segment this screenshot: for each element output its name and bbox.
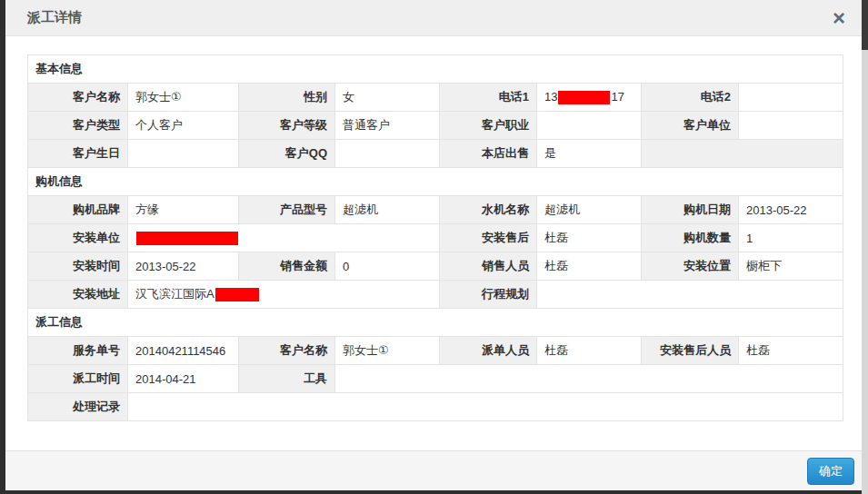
section-header-row: 购机信息 <box>28 168 843 196</box>
dialog-content: 基本信息客户名称郭女士①性别女电话11317电话2客户类型个人客户客户等级普通客… <box>5 36 862 421</box>
field-value <box>537 112 642 140</box>
field-value: 杜磊 <box>537 224 642 252</box>
field-value-text: 1 <box>746 232 753 245</box>
field-label: 工具 <box>239 365 335 393</box>
field-value-text: 2013-05-22 <box>746 203 807 217</box>
field-value-text: 0 <box>343 260 349 273</box>
field-value: 超滤机 <box>335 196 440 224</box>
field-value-text: 超滤机 <box>343 203 378 216</box>
field-label: 性别 <box>239 84 335 112</box>
field-value: 汉飞滨江国际A <box>128 281 440 309</box>
field-label: 本店出售 <box>440 140 537 168</box>
table-row: 安装单位安装售后杜磊购机数量1 <box>28 224 843 252</box>
field-value: 郭女士① <box>335 337 440 365</box>
field-value: 1 <box>739 224 843 252</box>
field-value: 杜磊 <box>537 337 642 365</box>
field-value-text: 郭女士① <box>135 90 182 104</box>
table-row: 处理记录 <box>28 393 843 421</box>
field-value: 方缘 <box>128 196 239 224</box>
field-value-text: 杜磊 <box>544 231 568 244</box>
section-title: 派工信息 <box>28 309 843 337</box>
table-row: 服务单号20140421114546客户名称郭女士①派单人员杜磊安装售后人员杜磊 <box>28 337 843 365</box>
field-value: 杜磊 <box>739 337 843 365</box>
field-label: 销售人员 <box>440 252 537 281</box>
field-label: 电话2 <box>642 84 739 112</box>
field-value: 2013-05-22 <box>128 252 239 281</box>
dialog-title: 派工详情 <box>27 9 82 26</box>
field-value: 郭女士① <box>128 84 239 112</box>
field-value-text: 是 <box>544 146 556 160</box>
field-value: 橱柜下 <box>739 252 843 281</box>
field-label: 安装单位 <box>28 224 128 252</box>
field-label: 安装时间 <box>28 252 128 281</box>
field-label: 客户名称 <box>239 337 335 365</box>
field-label: 处理记录 <box>28 393 128 421</box>
field-label: 客户单位 <box>642 112 739 140</box>
field-label: 安装位置 <box>642 252 739 281</box>
field-value-text: 普通客户 <box>343 118 390 132</box>
dialog-titlebar: 派工详情 × <box>5 0 862 36</box>
field-value <box>128 224 440 252</box>
field-value: 1317 <box>537 84 642 112</box>
field-value <box>537 281 843 309</box>
field-label: 行程规划 <box>440 281 537 309</box>
section-header-row: 基本信息 <box>28 55 843 84</box>
section-title: 基本信息 <box>28 55 843 84</box>
page-behind-header-strip <box>862 0 868 50</box>
close-icon[interactable]: × <box>833 7 845 29</box>
field-value-text: 杜磊 <box>544 259 568 272</box>
table-row: 客户生日客户QQ本店出售是 <box>28 140 843 168</box>
table-row: 客户名称郭女士①性别女电话11317电话2 <box>28 84 843 112</box>
section-title: 购机信息 <box>28 168 843 196</box>
field-label: 安装售后 <box>440 224 537 252</box>
field-label: 客户QQ <box>239 140 335 168</box>
redaction-block <box>215 288 259 301</box>
table-row: 派工时间2014-04-21工具 <box>28 365 843 393</box>
field-value-text: 汉飞滨江国际A <box>135 287 215 301</box>
field-value-text: 超滤机 <box>544 203 580 216</box>
field-label: 购机品牌 <box>28 196 128 224</box>
field-value-text: 杜磊 <box>544 343 568 357</box>
field-value-text: 2013-05-22 <box>135 260 196 273</box>
field-label: 水机名称 <box>440 196 537 224</box>
field-value <box>739 112 843 140</box>
field-value: 是 <box>537 140 642 168</box>
field-label: 安装售后人员 <box>642 337 739 365</box>
field-label: 客户名称 <box>28 84 128 112</box>
field-value-text: 2014-04-21 <box>135 372 196 386</box>
field-value: 女 <box>335 84 440 112</box>
field-value: 2013-05-22 <box>739 196 843 224</box>
field-value: 0 <box>335 252 440 281</box>
field-label: 客户类型 <box>28 112 128 140</box>
field-label: 客户等级 <box>239 112 335 140</box>
field-value: 杜磊 <box>537 252 642 281</box>
ok-button[interactable]: 确定 <box>807 458 854 485</box>
field-label: 购机日期 <box>642 196 739 224</box>
section-header-row: 派工信息 <box>28 309 843 337</box>
page-behind-right-edge <box>862 0 868 494</box>
field-value <box>335 365 843 393</box>
dispatch-details-dialog: 派工详情 × 基本信息客户名称郭女士①性别女电话11317电话2客户类型个人客户… <box>5 0 862 490</box>
field-value-text: 20140421114546 <box>135 344 225 358</box>
field-label: 购机数量 <box>642 224 739 252</box>
table-row: 购机品牌方缘产品型号超滤机水机名称超滤机购机日期2013-05-22 <box>28 196 843 224</box>
field-value: 20140421114546 <box>128 337 239 365</box>
field-value-text: 个人客户 <box>135 118 183 132</box>
field-label: 派单人员 <box>440 337 537 365</box>
table-row: 安装时间2013-05-22销售金额0销售人员杜磊安装位置橱柜下 <box>28 252 843 281</box>
details-table: 基本信息客户名称郭女士①性别女电话11317电话2客户类型个人客户客户等级普通客… <box>27 54 843 421</box>
field-value-text: 橱柜下 <box>746 259 782 272</box>
field-label: 派工时间 <box>28 365 128 393</box>
dialog-footer: 确定 <box>5 450 862 490</box>
field-label: 客户职业 <box>440 112 537 140</box>
field-value: 普通客户 <box>335 112 440 140</box>
table-row: 安装地址汉飞滨江国际A行程规划 <box>28 281 843 309</box>
field-value-text: 女 <box>343 90 354 104</box>
field-label: 电话1 <box>440 84 537 112</box>
field-value-text: 杜磊 <box>746 343 770 357</box>
field-label: 产品型号 <box>239 196 335 224</box>
field-value <box>128 140 239 168</box>
field-value: 2014-04-21 <box>128 365 239 393</box>
field-value-text: 方缘 <box>135 203 159 216</box>
field-value: 个人客户 <box>128 112 239 140</box>
